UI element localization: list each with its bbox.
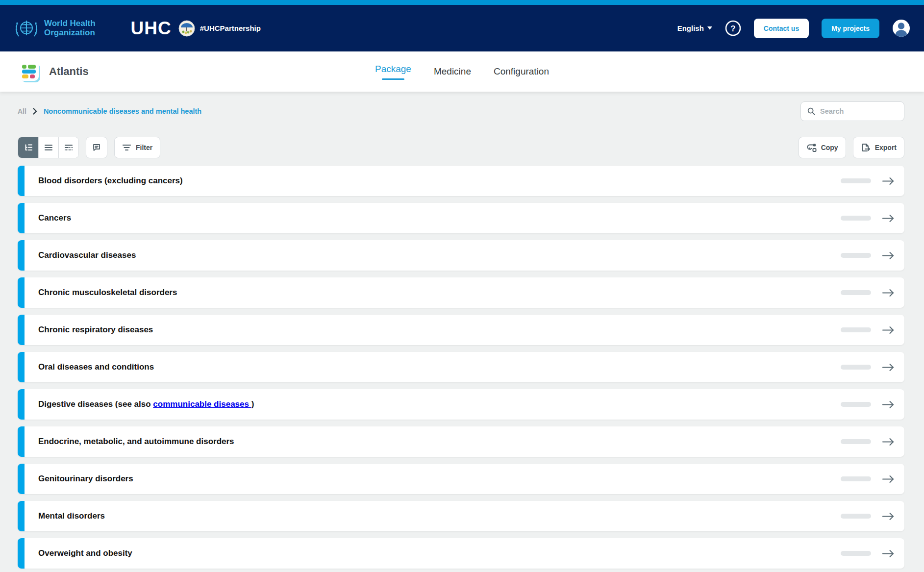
tab-package[interactable]: Package [375, 64, 411, 80]
top-navbar: World Health Organization UHC #UHCPartne… [0, 5, 924, 51]
row-title: Cancers [38, 213, 71, 223]
row-label: Overweight and obesity [38, 548, 132, 558]
main-content: All Noncommunicable diseases and mental … [0, 92, 924, 572]
arrow-right-icon[interactable] [882, 289, 895, 297]
uhc-partnership-badge-icon [178, 20, 195, 37]
breadcrumb: All Noncommunicable diseases and mental … [18, 107, 201, 115]
who-logo[interactable]: World Health Organization [14, 16, 96, 41]
row-label: Cancers [38, 213, 71, 223]
arrow-right-icon[interactable] [882, 326, 895, 334]
language-selector[interactable]: English [677, 24, 712, 32]
who-name-line1: World Health [44, 19, 96, 28]
export-button[interactable]: Export [853, 137, 904, 158]
export-label: Export [875, 144, 897, 151]
row-label-suffix: ) [251, 399, 254, 409]
progress-placeholder [841, 514, 871, 519]
row-title: Genitourinary disorders [38, 474, 133, 484]
search-input[interactable] [820, 107, 898, 115]
arrow-right-icon[interactable] [882, 177, 895, 185]
list-item[interactable]: Genitourinary disorders [18, 464, 904, 494]
arrow-right-icon[interactable] [882, 251, 895, 260]
tab-configuration[interactable]: Configuration [494, 64, 549, 80]
tab-medicine[interactable]: Medicine [434, 64, 471, 80]
arrow-right-icon[interactable] [882, 400, 895, 409]
copy-label: Copy [821, 144, 838, 151]
my-projects-button[interactable]: My projects [822, 19, 879, 38]
filter-label: Filter [136, 144, 152, 151]
arrow-right-icon[interactable] [882, 363, 895, 372]
list-item[interactable]: Digestive diseases (see also communicabl… [18, 389, 904, 420]
row-accent-bar [18, 352, 25, 382]
svg-text:?: ? [730, 24, 735, 33]
help-icon[interactable]: ? [725, 20, 741, 36]
row-accent-bar [18, 501, 25, 531]
progress-placeholder [841, 178, 871, 183]
inline-link[interactable]: communicable diseases [153, 399, 251, 409]
row-label: Digestive diseases (see also [38, 399, 153, 409]
progress-placeholder [841, 253, 871, 258]
row-title: Chronic musculoskeletal disorders [38, 288, 177, 298]
list-item[interactable]: Overweight and obesity [18, 538, 904, 569]
app-header: Atlantis Package Medicine Configuration [0, 51, 924, 92]
copy-icon [806, 143, 817, 152]
tree-view-button[interactable] [18, 137, 38, 158]
list-item[interactable]: Blood disorders (excluding cancers) [18, 166, 904, 196]
row-label: Endocrine, metabolic, and autoimmune dis… [38, 437, 234, 446]
row-title: Blood disorders (excluding cancers) [38, 176, 183, 186]
caret-down-icon [707, 26, 712, 30]
row-title: Mental disorders [38, 511, 105, 521]
avatar[interactable] [892, 19, 910, 37]
list-item[interactable]: Cardiovascular diseases [18, 240, 904, 271]
arrow-right-icon[interactable] [882, 512, 895, 521]
row-accent-bar [18, 277, 25, 308]
row-accent-bar [18, 166, 25, 196]
row-title: Endocrine, metabolic, and autoimmune dis… [38, 437, 234, 447]
progress-placeholder [841, 439, 871, 444]
row-label: Cardiovascular diseases [38, 250, 136, 260]
arrow-right-icon[interactable] [882, 214, 895, 223]
row-title: Overweight and obesity [38, 548, 132, 558]
filter-icon [122, 144, 131, 151]
comment-icon [92, 143, 101, 152]
filter-button[interactable]: Filter [114, 137, 160, 158]
breadcrumb-current: Noncommunicable diseases and mental heal… [44, 107, 201, 115]
package-list: Blood disorders (excluding cancers) Canc… [18, 166, 904, 569]
list-item[interactable]: Mental disorders [18, 501, 904, 531]
list-item[interactable]: Chronic musculoskeletal disorders [18, 277, 904, 308]
row-title: Chronic respiratory diseases [38, 325, 153, 335]
list-view-icon [44, 143, 53, 152]
breadcrumb-root[interactable]: All [18, 107, 26, 115]
row-title: Oral diseases and conditions [38, 362, 154, 372]
progress-placeholder [841, 476, 871, 481]
list-item[interactable]: Chronic respiratory diseases [18, 315, 904, 345]
contact-us-button[interactable]: Contact us [754, 19, 809, 38]
who-name-line2: Organization [44, 28, 96, 37]
progress-placeholder [841, 327, 871, 332]
copy-button[interactable]: Copy [799, 137, 846, 158]
row-accent-bar [18, 389, 25, 420]
page-title: Atlantis [49, 65, 89, 78]
list-view-button[interactable] [38, 137, 58, 158]
list-item[interactable]: Endocrine, metabolic, and autoimmune dis… [18, 426, 904, 457]
search-box[interactable] [800, 101, 904, 121]
arrow-right-icon[interactable] [882, 549, 895, 558]
row-label: Mental disorders [38, 511, 105, 521]
row-label: Oral diseases and conditions [38, 362, 154, 372]
progress-placeholder [841, 551, 871, 556]
row-label: Blood disorders (excluding cancers) [38, 176, 183, 185]
search-icon [807, 107, 816, 116]
progress-placeholder [841, 402, 871, 407]
progress-placeholder [841, 216, 871, 221]
row-label: Chronic musculoskeletal disorders [38, 288, 177, 297]
list-item[interactable]: Oral diseases and conditions [18, 352, 904, 382]
arrow-right-icon[interactable] [882, 475, 895, 483]
comments-view-button[interactable] [86, 137, 107, 158]
detail-view-button[interactable] [58, 137, 78, 158]
row-accent-bar [18, 464, 25, 494]
list-item[interactable]: Cancers [18, 203, 904, 233]
row-accent-bar [18, 240, 25, 271]
arrow-right-icon[interactable] [882, 438, 895, 446]
export-icon [861, 143, 871, 152]
who-emblem-icon [14, 16, 39, 41]
tree-view-icon [24, 143, 33, 152]
